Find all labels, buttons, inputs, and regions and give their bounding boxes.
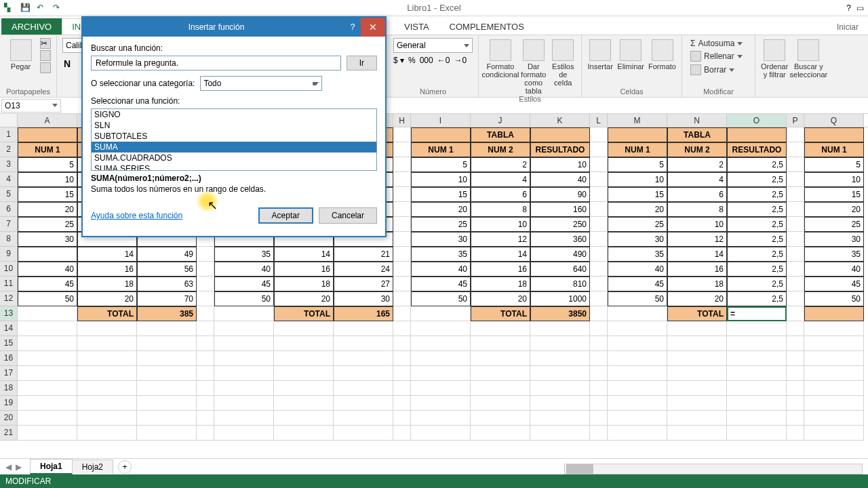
cell[interactable]: 2 bbox=[471, 157, 530, 172]
cell[interactable] bbox=[727, 426, 787, 441]
cell[interactable] bbox=[197, 396, 214, 411]
cell[interactable]: 90 bbox=[530, 187, 590, 202]
cell[interactable]: TOTAL bbox=[274, 306, 334, 321]
cell[interactable] bbox=[137, 351, 197, 366]
cell[interactable] bbox=[334, 366, 393, 381]
cell[interactable] bbox=[393, 321, 411, 336]
cell[interactable] bbox=[667, 411, 727, 426]
cell[interactable] bbox=[608, 381, 667, 396]
row-header[interactable]: 12 bbox=[0, 291, 18, 306]
cell[interactable]: 5 bbox=[804, 157, 864, 172]
cell[interactable]: 35 bbox=[608, 247, 667, 262]
row-header[interactable]: 6 bbox=[0, 202, 18, 217]
cell[interactable] bbox=[411, 396, 471, 411]
cell[interactable]: 24 bbox=[334, 262, 393, 277]
cell[interactable] bbox=[18, 396, 77, 411]
cell[interactable] bbox=[214, 381, 274, 396]
horizontal-scrollbar[interactable] bbox=[564, 464, 863, 474]
cell[interactable] bbox=[787, 381, 804, 396]
row-header[interactable]: 9 bbox=[0, 247, 18, 262]
cut-icon[interactable]: ✂ bbox=[40, 38, 51, 49]
delete-cells-button[interactable]: Eliminar bbox=[617, 38, 644, 87]
currency-icon[interactable]: $ ▾ bbox=[393, 56, 404, 65]
cell[interactable]: NUM 1 bbox=[804, 142, 864, 157]
cell[interactable] bbox=[608, 336, 667, 351]
col-header-I[interactable]: I bbox=[411, 114, 471, 127]
cell[interactable]: 30 bbox=[334, 291, 393, 306]
cell[interactable] bbox=[77, 396, 137, 411]
cell[interactable] bbox=[787, 321, 804, 336]
cell[interactable] bbox=[137, 426, 197, 441]
cell[interactable] bbox=[197, 336, 214, 351]
cell[interactable]: 250 bbox=[530, 217, 590, 232]
cell[interactable] bbox=[804, 381, 864, 396]
decrease-decimal-icon[interactable]: →0 bbox=[454, 56, 467, 65]
cell[interactable] bbox=[667, 321, 727, 336]
cell[interactable] bbox=[18, 351, 77, 366]
cell[interactable]: 50 bbox=[411, 291, 471, 306]
cell[interactable]: 50 bbox=[18, 291, 77, 306]
select-all-corner[interactable] bbox=[0, 114, 18, 127]
cell[interactable]: 35 bbox=[411, 247, 471, 262]
cell[interactable]: 4 bbox=[667, 172, 727, 187]
cell[interactable]: 50 bbox=[214, 291, 274, 306]
cell[interactable]: NUM 2 bbox=[471, 142, 530, 157]
cell[interactable] bbox=[214, 336, 274, 351]
cell[interactable] bbox=[18, 321, 77, 336]
cell[interactable] bbox=[393, 142, 411, 157]
row-header[interactable]: 4 bbox=[0, 172, 18, 187]
increase-decimal-icon[interactable]: ←0 bbox=[437, 56, 450, 65]
cell[interactable]: 49 bbox=[137, 247, 197, 262]
col-header-L[interactable]: L bbox=[590, 114, 608, 127]
cell[interactable] bbox=[667, 426, 727, 441]
cell[interactable]: 20 bbox=[608, 202, 667, 217]
fn-item[interactable]: SLN bbox=[92, 120, 376, 131]
cell[interactable] bbox=[787, 396, 804, 411]
cell[interactable] bbox=[214, 411, 274, 426]
cell[interactable]: 50 bbox=[804, 291, 864, 306]
cell[interactable] bbox=[334, 396, 393, 411]
cell-styles-button[interactable]: Estilos de celda bbox=[551, 38, 576, 95]
cell[interactable] bbox=[393, 306, 411, 321]
cell[interactable] bbox=[804, 411, 864, 426]
col-header-O[interactable]: O bbox=[727, 114, 787, 127]
cell[interactable]: 12 bbox=[471, 232, 530, 247]
cell[interactable]: 2,5 bbox=[727, 262, 787, 277]
cell[interactable] bbox=[727, 366, 787, 381]
cell[interactable]: 20 bbox=[18, 202, 77, 217]
help-icon[interactable]: ? bbox=[846, 3, 851, 13]
cell[interactable] bbox=[471, 396, 530, 411]
cell[interactable]: 45 bbox=[18, 277, 77, 291]
cell[interactable] bbox=[393, 411, 411, 426]
cell[interactable]: 56 bbox=[137, 262, 197, 277]
cell[interactable]: 2,5 bbox=[727, 157, 787, 172]
cell[interactable] bbox=[804, 336, 864, 351]
cell[interactable] bbox=[393, 351, 411, 366]
cell[interactable]: 18 bbox=[471, 277, 530, 291]
cell[interactable] bbox=[334, 336, 393, 351]
cell[interactable] bbox=[214, 321, 274, 336]
cell[interactable] bbox=[590, 247, 608, 262]
cell[interactable]: 165 bbox=[334, 306, 393, 321]
cell[interactable]: 10 bbox=[530, 157, 590, 172]
cell[interactable] bbox=[18, 381, 77, 396]
cell[interactable] bbox=[804, 426, 864, 441]
cell[interactable] bbox=[334, 351, 393, 366]
insert-cells-button[interactable]: Insertar bbox=[587, 38, 613, 87]
cell[interactable]: 1000 bbox=[530, 291, 590, 306]
cell[interactable] bbox=[411, 351, 471, 366]
cell[interactable] bbox=[727, 411, 787, 426]
cell[interactable] bbox=[77, 366, 137, 381]
cell[interactable] bbox=[787, 157, 804, 172]
cell[interactable] bbox=[590, 426, 608, 441]
cell[interactable] bbox=[393, 187, 411, 202]
function-help-link[interactable]: Ayuda sobre esta función bbox=[91, 211, 182, 220]
format-cells-button[interactable]: Formato bbox=[648, 38, 676, 87]
cell[interactable] bbox=[608, 306, 667, 321]
cell[interactable] bbox=[530, 381, 590, 396]
cell[interactable]: 20 bbox=[471, 291, 530, 306]
cell[interactable]: 45 bbox=[804, 277, 864, 291]
cell[interactable] bbox=[214, 396, 274, 411]
cell[interactable]: 3850 bbox=[530, 306, 590, 321]
cell[interactable] bbox=[727, 321, 787, 336]
